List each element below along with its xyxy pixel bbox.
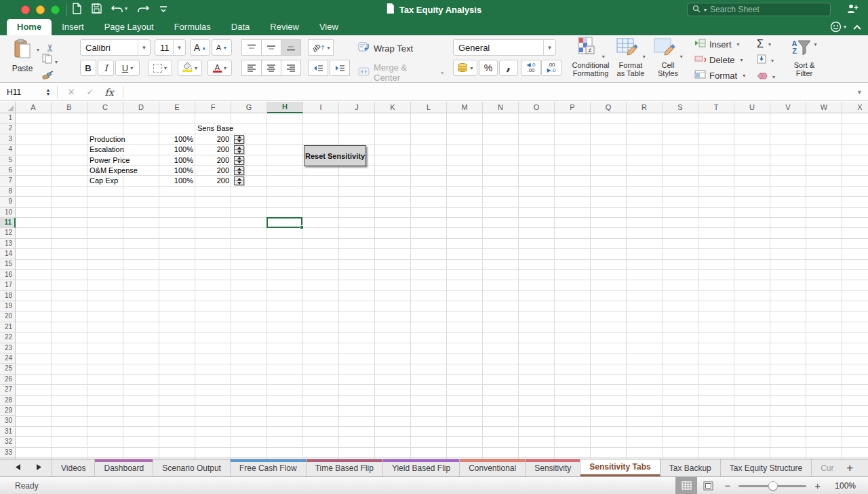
number-format-select[interactable]: General▼	[453, 39, 556, 56]
column-header-R[interactable]: R	[627, 102, 663, 113]
row-header-21[interactable]: 21	[0, 322, 16, 332]
sheet-tab-tax-equity-structure[interactable]: Tax Equity Structure	[721, 459, 812, 476]
font-size-select[interactable]: 11▼	[155, 39, 186, 56]
spin-button-G3[interactable]	[234, 135, 244, 144]
column-header-X[interactable]: X	[842, 102, 868, 113]
sheet-tab-sensitivity-tabs[interactable]: Sensitivity Tabs	[580, 459, 660, 476]
cell-C6[interactable]: O&M Expense	[87, 166, 140, 176]
spin-button-G4[interactable]	[234, 145, 244, 154]
cut-button[interactable]: ✂	[44, 36, 56, 52]
row-header-23[interactable]: 23	[0, 343, 16, 354]
row-header-8[interactable]: 8	[0, 187, 16, 197]
row-header-12[interactable]: 12	[0, 228, 16, 238]
name-box[interactable]: H11	[0, 83, 43, 101]
bold-button[interactable]: B	[80, 60, 96, 76]
grow-font-button[interactable]: A▲	[190, 39, 210, 56]
menu-tab-page-layout[interactable]: Page Layout	[94, 19, 164, 35]
row-header-16[interactable]: 16	[0, 270, 16, 280]
sheet-tab-sensitivity[interactable]: Sensitivity	[526, 459, 580, 476]
column-header-K[interactable]: K	[375, 102, 411, 113]
cell-E6[interactable]: 100%	[159, 166, 195, 176]
insert-caret-icon[interactable]: ▾	[737, 41, 740, 48]
align-bottom-button[interactable]	[281, 39, 301, 56]
cancel-entry-icon[interactable]: ✕	[62, 87, 81, 97]
fullscreen-window-button[interactable]	[51, 5, 60, 14]
cell-E7[interactable]: 100%	[159, 176, 195, 186]
format-caret-icon[interactable]: ▾	[743, 73, 745, 79]
row-header-26[interactable]: 26	[0, 375, 16, 385]
currency-caret-icon[interactable]: ▾	[470, 65, 473, 71]
cell-C7[interactable]: Cap Exp	[87, 176, 120, 186]
italic-button[interactable]: I	[98, 60, 114, 76]
delete-cells-button[interactable]: x Delete ▾	[694, 54, 743, 66]
align-top-button[interactable]	[241, 39, 262, 56]
align-right-button[interactable]	[281, 60, 301, 76]
shrink-font-button[interactable]: A▼	[212, 39, 232, 56]
sheet-tab-time-based-flip[interactable]: Time Based Flip	[307, 459, 383, 476]
column-header-O[interactable]: O	[519, 102, 555, 113]
selected-cell-H11[interactable]	[267, 217, 302, 228]
underline-button[interactable]: U▾	[115, 60, 140, 76]
formula-input[interactable]	[127, 83, 868, 101]
spin-down-icon[interactable]	[235, 161, 243, 164]
column-header-E[interactable]: E	[159, 102, 195, 113]
insert-function-icon[interactable]: fx	[100, 87, 119, 98]
cell-F4[interactable]: 200	[195, 145, 231, 155]
sheet-tab-scenario-output[interactable]: Scenario Output	[153, 459, 231, 476]
paste-caret-icon[interactable]: ▾	[37, 47, 39, 53]
sort-filter-caret-icon[interactable]: ▾	[814, 41, 816, 48]
conditional-formatting-button[interactable]: ≠ ▾ ConditionalFormatting	[571, 37, 610, 61]
undo-button[interactable]: ▾	[111, 3, 127, 14]
normal-view-button[interactable]	[675, 477, 697, 494]
paste-button[interactable]: ▾ Paste	[7, 39, 38, 62]
fill-handle[interactable]	[300, 225, 304, 229]
row-header-29[interactable]: 29	[0, 406, 16, 416]
column-header-L[interactable]: L	[411, 102, 447, 113]
row-header-19[interactable]: 19	[0, 301, 16, 311]
clear-button[interactable]: ▾	[757, 71, 775, 83]
spin-down-icon[interactable]	[235, 171, 243, 174]
currency-format-button[interactable]: ▾	[453, 60, 477, 76]
sheet-tab-yield-based-flip[interactable]: Yield Based Flip	[383, 459, 460, 476]
zoom-level[interactable]: 100%	[826, 481, 856, 491]
redo-button[interactable]	[137, 3, 149, 14]
column-header-N[interactable]: N	[483, 102, 519, 113]
cell-F2[interactable]: Sens Base	[195, 124, 235, 134]
sheet-tab-dashboard[interactable]: Dashboard	[95, 459, 153, 476]
row-header-31[interactable]: 31	[0, 427, 16, 437]
spin-down-icon[interactable]	[235, 140, 243, 143]
page-layout-view-button[interactable]	[697, 477, 719, 494]
minimize-window-button[interactable]	[36, 5, 45, 14]
fill-color-caret-icon[interactable]: ▾	[195, 65, 197, 71]
column-header-B[interactable]: B	[52, 102, 87, 113]
row-header-28[interactable]: 28	[0, 396, 16, 406]
fill-caret-icon[interactable]: ▾	[771, 58, 774, 64]
column-header-T[interactable]: T	[698, 102, 734, 113]
sort-filter-button[interactable]: AZ ▾ Sort &Filter	[785, 37, 823, 56]
row-header-18[interactable]: 18	[0, 291, 16, 301]
increase-indent-button[interactable]	[330, 60, 350, 76]
sheet-scroll-left-icon[interactable]	[15, 463, 21, 472]
row-header-4[interactable]: 4	[0, 145, 16, 155]
column-header-D[interactable]: D	[123, 102, 159, 113]
cell-C5[interactable]: Power Price	[87, 155, 132, 166]
conditional-formatting-caret-icon[interactable]: ▾	[602, 54, 605, 60]
zoom-out-button[interactable]: −	[719, 480, 736, 491]
wrap-text-button[interactable]: Wrap Text	[358, 42, 413, 54]
reset-sensitivity-button[interactable]: Reset Sensitivity	[304, 145, 366, 166]
increase-decimal-button[interactable]: ◀.0.00	[521, 60, 541, 76]
row-header-2[interactable]: 2	[0, 124, 16, 134]
merge-center-caret-icon[interactable]: ▾	[441, 70, 443, 76]
row-header-11[interactable]: 11	[0, 218, 16, 228]
row-header-20[interactable]: 20	[0, 311, 16, 322]
insert-cells-button[interactable]: Insert ▾	[694, 38, 740, 50]
column-header-W[interactable]: W	[806, 102, 842, 113]
column-header-S[interactable]: S	[663, 102, 698, 113]
cell-F5[interactable]: 200	[195, 155, 231, 166]
close-window-button[interactable]	[21, 5, 30, 14]
column-header-P[interactable]: P	[555, 102, 591, 113]
undo-caret-icon[interactable]: ▾	[125, 5, 127, 12]
comma-format-button[interactable]: ,	[499, 60, 518, 76]
menu-tab-insert[interactable]: Insert	[52, 19, 94, 35]
cell-styles-button[interactable]: ▾ CellStyles	[651, 37, 685, 61]
